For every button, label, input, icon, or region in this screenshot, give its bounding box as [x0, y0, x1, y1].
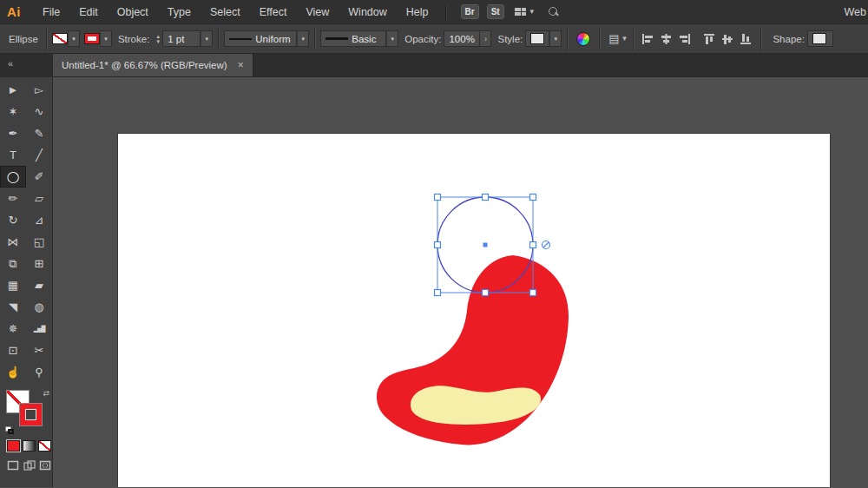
document-tab[interactable]: Untitled-1* @ 66.67% (RGB/Preview) ×	[53, 54, 253, 76]
none-button[interactable]	[38, 440, 51, 452]
recolor-artwork-icon[interactable]	[576, 32, 590, 46]
slice-tool[interactable]: ✂	[26, 340, 52, 361]
menu-item-object[interactable]: Object	[108, 0, 158, 24]
align-top-button[interactable]	[703, 33, 716, 45]
hand-tool[interactable]: ☝	[0, 361, 26, 383]
style-label: Style:	[497, 34, 523, 44]
align-right-button[interactable]	[678, 33, 691, 45]
control-bar: Ellipse ▾ ▾ Stroke: ▲▼ 1 pt ▾ Uniform ▾ …	[0, 24, 868, 54]
document-setup-icon[interactable]: ▤	[608, 32, 619, 45]
stroke-weight-stepper[interactable]: ▲▼	[155, 34, 161, 44]
canvas-pasteboard[interactable]	[53, 77, 868, 487]
menu-item-view[interactable]: View	[296, 0, 339, 24]
brush-definition-field[interactable]: Basic	[320, 30, 386, 47]
pen-tool[interactable]: ✒	[0, 122, 26, 144]
shape-builder-tool[interactable]: ⧉	[0, 253, 26, 274]
free-transform-tool[interactable]: ◱	[26, 231, 52, 253]
gradient-button[interactable]	[23, 440, 36, 452]
opacity-label: Opacity:	[404, 34, 441, 44]
stroke-weight-dropdown[interactable]: ▾	[201, 30, 213, 47]
style-swatch	[530, 33, 544, 44]
mesh-tool[interactable]: ▦	[0, 274, 26, 296]
drawing-mode-buttons	[6, 459, 52, 472]
magic-wand-tool[interactable]: ✶	[0, 101, 26, 122]
arrange-documents-button[interactable]: ▼	[515, 8, 536, 16]
fill-color-dropdown[interactable]: ▾	[68, 30, 80, 47]
align-center-horizontal-button[interactable]	[660, 33, 673, 45]
shape-swatch	[812, 33, 826, 44]
swap-fill-stroke-icon[interactable]: ⇄	[43, 389, 49, 398]
selection-tool[interactable]: ►	[0, 79, 26, 101]
gradient-tool[interactable]: ▰	[26, 274, 52, 296]
type-tool[interactable]: T	[0, 144, 26, 166]
collapse-panel-button[interactable]: «	[0, 54, 52, 77]
live-shape-widget[interactable]	[542, 241, 550, 249]
artboard-tool[interactable]: ⊡	[0, 340, 26, 361]
scale-tool[interactable]: ⊿	[26, 209, 52, 231]
eyedropper-tool[interactable]: ◥	[0, 296, 26, 318]
align-bottom-button[interactable]	[740, 33, 753, 45]
menu-item-window[interactable]: Window	[339, 0, 396, 24]
draw-normal-button[interactable]	[6, 459, 20, 472]
ellipse-tool[interactable]: ◯	[0, 166, 26, 188]
line-segment-tool[interactable]: ╱	[26, 144, 52, 166]
tools-panel: « ►▻✶∿✒✎T╱◯✐✏▱↻⊿⋈◱⧉⊞▦▰◥◍✵▂▅█⊡✂☝⚲ ⇄	[0, 54, 53, 487]
tool-grid: ►▻✶∿✒✎T╱◯✐✏▱↻⊿⋈◱⧉⊞▦▰◥◍✵▂▅█⊡✂☝⚲	[0, 77, 52, 383]
blend-tool[interactable]: ◍	[26, 296, 52, 318]
curvature-tool[interactable]: ✎	[26, 122, 52, 144]
width-tool[interactable]: ⋈	[0, 231, 26, 253]
pencil-tool[interactable]: ✏	[0, 188, 26, 209]
stroke-indicator-red[interactable]	[19, 403, 43, 426]
style-field[interactable]	[525, 30, 549, 47]
menu-item-select[interactable]: Select	[201, 0, 250, 24]
separator	[314, 28, 315, 50]
menu-item-help[interactable]: Help	[397, 0, 438, 24]
color-button[interactable]	[7, 440, 20, 452]
shape-field[interactable]	[807, 30, 833, 47]
badge-st[interactable]: St	[487, 4, 504, 19]
close-tab-icon[interactable]: ×	[238, 59, 244, 71]
opacity-popup-arrow[interactable]: ›	[480, 30, 491, 47]
chevron-down-icon[interactable]: ▼	[621, 35, 628, 43]
perspective-grid-tool[interactable]: ⊞	[26, 253, 52, 274]
menu-items: FileEditObjectTypeSelectEffectViewWindow…	[33, 0, 438, 24]
rotate-tool[interactable]: ↻	[0, 209, 26, 231]
opacity-field[interactable]: 100%	[444, 30, 480, 47]
menu-item-file[interactable]: File	[33, 0, 69, 24]
badge-br[interactable]: Br	[461, 4, 479, 19]
brush-definition-dropdown[interactable]: ▾	[386, 30, 398, 47]
symbol-sprayer-tool[interactable]: ✵	[0, 318, 26, 340]
document-tab-title: Untitled-1* @ 66.67% (RGB/Preview)	[62, 60, 227, 70]
zoom-tool[interactable]: ⚲	[26, 361, 52, 383]
default-fill-stroke-icon[interactable]	[5, 426, 15, 434]
width-profile-value: Uniform	[255, 34, 290, 44]
stroke-color-swatch[interactable]	[84, 33, 100, 44]
direct-selection-tool[interactable]: ▻	[26, 79, 52, 101]
column-graph-tool[interactable]: ▂▅█	[26, 318, 52, 340]
stroke-weight-field[interactable]: 1 pt	[162, 30, 201, 47]
align-left-button[interactable]	[641, 33, 654, 45]
separator	[633, 28, 634, 50]
menu-item-effect[interactable]: Effect	[250, 0, 297, 24]
style-dropdown[interactable]: ▾	[549, 30, 562, 47]
menu-item-edit[interactable]: Edit	[69, 0, 108, 24]
separator	[218, 28, 219, 50]
stroke-weight-label: Stroke:	[118, 34, 149, 44]
variable-width-profile-field[interactable]: Uniform	[224, 30, 297, 47]
eraser-tool[interactable]: ▱	[26, 188, 52, 209]
shape-label: Shape:	[773, 34, 804, 44]
align-center-vertical-button[interactable]	[721, 33, 734, 45]
paintbrush-tool[interactable]: ✐	[26, 166, 52, 188]
draw-behind-button[interactable]	[23, 459, 36, 472]
search-icon[interactable]	[548, 6, 559, 17]
draw-inside-button[interactable]	[38, 459, 52, 472]
shape-center-point[interactable]	[483, 243, 488, 247]
artwork	[118, 134, 830, 487]
lasso-tool[interactable]: ∿	[26, 101, 52, 122]
menu-item-type[interactable]: Type	[158, 0, 201, 24]
fill-color-swatch[interactable]	[52, 33, 68, 44]
stroke-color-dropdown[interactable]: ▾	[100, 30, 112, 47]
artboard[interactable]	[118, 134, 830, 487]
workspace-switcher[interactable]: Web	[845, 6, 866, 18]
width-profile-dropdown[interactable]: ▾	[297, 30, 309, 47]
